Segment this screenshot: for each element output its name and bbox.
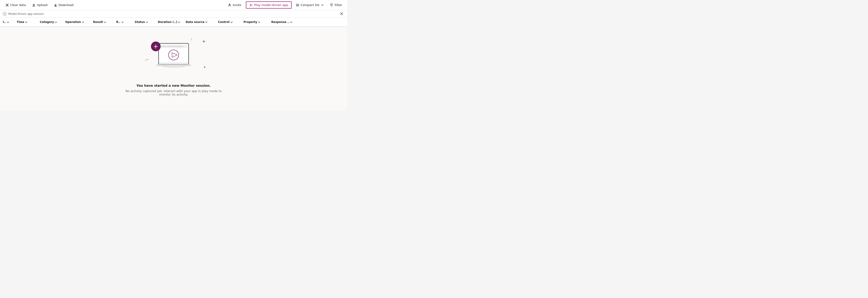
col-result-label: Result [93, 20, 103, 24]
col-datasource-label: Data source [186, 20, 205, 24]
col-status-chevron-icon [146, 20, 148, 24]
col-time-label: Time [17, 20, 24, 24]
svg-point-15 [161, 46, 163, 47]
decorative-line-left-icon [145, 59, 149, 60]
download-icon [54, 3, 57, 7]
session-close-button[interactable] [339, 11, 344, 17]
col-header-r[interactable]: R.. [114, 18, 132, 26]
col-property-chevron-icon [258, 20, 260, 24]
col-duration-chevron-icon [178, 20, 180, 24]
col-header-response[interactable]: Response .. [269, 18, 301, 26]
col-i-chevron-icon [7, 20, 9, 24]
clear-data-icon [5, 3, 9, 7]
col-control-chevron-icon [230, 20, 232, 24]
col-header-time[interactable]: Time [14, 18, 37, 26]
svg-point-17 [165, 46, 166, 47]
col-result-chevron-icon [104, 20, 106, 24]
download-label: Download [59, 3, 73, 7]
invite-icon [228, 3, 231, 7]
svg-rect-22 [156, 64, 191, 66]
download-button[interactable]: Download [51, 2, 76, 8]
col-i-label: I.. [3, 20, 6, 24]
decorative-plus-top-icon: + [202, 39, 206, 43]
play-icon [250, 3, 253, 7]
col-header-operation[interactable]: Operation [62, 18, 90, 26]
upload-label: Upload [37, 3, 48, 7]
invite-button[interactable]: Invite [225, 2, 244, 8]
col-category-chevron-icon [55, 20, 57, 24]
upload-icon [32, 3, 35, 7]
col-category-label: Category [40, 20, 54, 24]
play-model-driven-app-label: Play model-driven app [254, 3, 288, 7]
col-header-property[interactable]: Property [241, 18, 269, 26]
svg-point-16 [163, 46, 164, 47]
filter-label: Filter [335, 3, 342, 7]
col-header-status[interactable]: Status [132, 18, 155, 26]
col-header-result[interactable]: Result [90, 18, 114, 26]
toolbar: Clear data Upload Download [0, 0, 347, 10]
col-header-i[interactable]: I.. [0, 18, 14, 26]
col-time-chevron-icon [25, 20, 27, 24]
empty-state-subtitle: No activity captured yet. Interact with … [125, 89, 222, 96]
svg-point-6 [229, 4, 230, 5]
col-response-label: Response .. [271, 20, 289, 24]
column-headers: I.. Time Category Operation Result R.. [0, 18, 347, 27]
add-session-button[interactable]: + [151, 42, 161, 51]
col-datasource-chevron-icon [205, 20, 207, 24]
compact-list-chevron-icon [321, 4, 323, 6]
svg-marker-7 [250, 4, 252, 6]
col-operation-chevron-icon [82, 20, 84, 24]
col-r-chevron-icon [122, 20, 124, 24]
empty-state: + | + [0, 27, 347, 110]
filter-icon [330, 3, 333, 7]
toolbar-left: Clear data Upload Download [3, 2, 224, 8]
compact-list-button[interactable]: Compact list [293, 2, 326, 8]
filter-button[interactable]: Filter [328, 2, 344, 8]
play-model-driven-app-button[interactable]: Play model-driven app [246, 1, 292, 8]
col-property-label: Property [244, 20, 257, 24]
col-status-label: Status [135, 20, 145, 24]
col-response-chevron-icon [290, 20, 292, 24]
col-operation-label: Operation [65, 20, 81, 24]
laptop-illustration: + | + [148, 41, 199, 76]
clear-data-label: Clear data [10, 3, 26, 7]
col-header-datasource[interactable]: Data source [183, 18, 215, 26]
invite-label: Invite [233, 3, 241, 7]
upload-button[interactable]: Upload [29, 2, 50, 8]
col-header-category[interactable]: Category [37, 18, 62, 26]
col-control-label: Control [218, 20, 229, 24]
decorative-line-bottom-icon: + [203, 65, 206, 69]
empty-state-title: You have started a new Monitor session. [136, 84, 211, 87]
clear-data-button[interactable]: Clear data [3, 2, 28, 8]
compact-list-label: Compact list [301, 3, 319, 7]
col-duration-label: Duration (..) [158, 20, 177, 24]
decorative-cursor-icon: | [191, 38, 192, 40]
col-header-control[interactable]: Control [215, 18, 241, 26]
svg-rect-18 [167, 46, 183, 47]
info-icon: i [3, 12, 6, 16]
session-bar-text: Model-driven app session [8, 12, 44, 16]
col-r-label: R.. [116, 20, 121, 24]
illustration: + | + [148, 41, 199, 78]
session-bar: i Model-driven app session [0, 10, 347, 18]
toolbar-right: Invite Play model-driven app Compact lis… [225, 1, 344, 8]
col-header-duration[interactable]: Duration (..) [155, 18, 183, 26]
compact-list-icon [296, 3, 299, 7]
